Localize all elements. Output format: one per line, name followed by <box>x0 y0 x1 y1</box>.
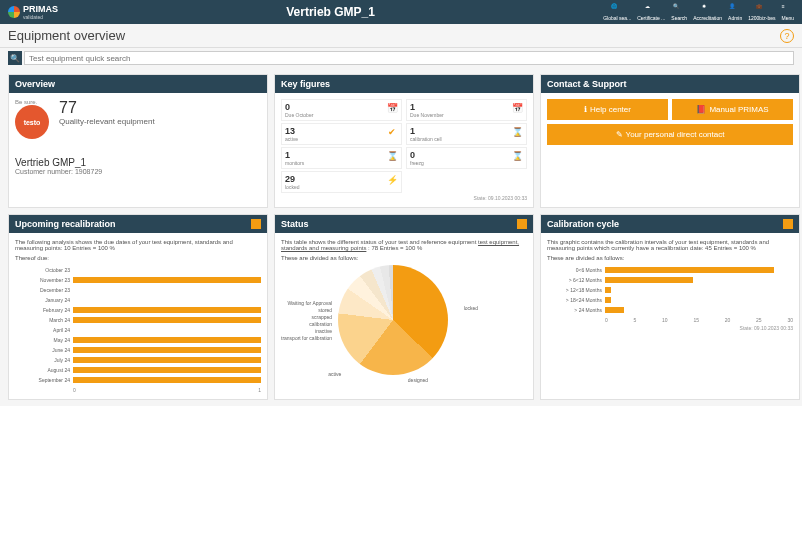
kf-item[interactable]: 1Due November📅 <box>406 99 527 121</box>
kf-item[interactable]: 1calibration cell⌛ <box>406 123 527 145</box>
menu-icon: ≡ <box>782 3 794 15</box>
equipment-count-label: Quality-relevant equipment <box>59 117 155 126</box>
bar-row: January 24 <box>15 295 261 305</box>
contact-button[interactable]: ✎Your personal direct contact <box>547 124 793 145</box>
kf-icon: 📅 <box>386 102 398 114</box>
pie-label-designed: designed <box>408 377 428 383</box>
panel-contact-title: Contact & Support <box>547 79 627 89</box>
brand-subtitle: validated <box>23 14 58 20</box>
panel-contact: Contact & Support ℹHelp center📕Manual PR… <box>540 74 800 208</box>
panel-action-icon[interactable] <box>517 219 527 229</box>
panel-action-icon[interactable] <box>783 219 793 229</box>
recal-sub: Thereof due: <box>15 255 261 261</box>
panel-action-icon[interactable] <box>251 219 261 229</box>
menu-button[interactable]: ≡Menu <box>781 3 794 21</box>
keyfigures-state: State: 09.10.2023 00:33 <box>281 195 527 201</box>
kf-item[interactable]: 0Due October📅 <box>281 99 402 121</box>
search-row: 🔍 <box>0 48 802 68</box>
bar-row: May 24 <box>15 335 261 345</box>
bar-row: September 24 <box>15 375 261 385</box>
page-subheader: Equipment overview ? <box>0 24 802 48</box>
customer-number: Customer number: 1908729 <box>15 168 261 175</box>
contact-button[interactable]: 📕Manual PRIMAS <box>672 99 793 120</box>
search-icon: 🔍 <box>673 3 685 15</box>
briefcase-button[interactable]: 💼1200biz-bes <box>748 3 775 21</box>
cycle-state: State: 09.10.2023 00:33 <box>547 325 793 331</box>
kf-icon: ⚡ <box>386 174 398 186</box>
equipment-count: 77 <box>59 99 155 117</box>
panel-keyfigures: Key figures 0Due October📅13active✔1monit… <box>274 74 534 208</box>
app-header: PRIMAS validated Vertrieb GMP_1 🌐Global … <box>0 0 802 24</box>
kf-icon: ⌛ <box>511 150 523 162</box>
kf-item[interactable]: 13active✔ <box>281 123 402 145</box>
dashboard-grid: Overview Be sure. testo 77 Quality-relev… <box>0 68 802 406</box>
kf-icon: ✔ <box>386 126 398 138</box>
recal-intro: The following analysis shows the due dat… <box>15 239 261 251</box>
user-icon: 👤 <box>729 3 741 15</box>
search-button[interactable]: 🔍 <box>8 51 22 65</box>
bar-row: February 24 <box>15 305 261 315</box>
status-intro: This table shows the different status of… <box>281 239 527 251</box>
button-icon: ✎ <box>616 130 623 139</box>
panel-status-title: Status <box>281 219 309 229</box>
panel-keyfigures-title: Key figures <box>281 79 330 89</box>
gear-button[interactable]: ✹Accreditation <box>693 3 722 21</box>
kf-item[interactable]: 0freezg⌛ <box>406 147 527 169</box>
bar-row: > 18<24 Months <box>547 295 793 305</box>
pie-legend: Waiting for Approvalstoredscrappedcalibr… <box>281 300 332 341</box>
page-title: Equipment overview <box>8 28 125 43</box>
bar-row: December 23 <box>15 285 261 295</box>
panel-overview-title: Overview <box>15 79 55 89</box>
button-icon: 📕 <box>696 105 706 114</box>
besure-text: Be sure. <box>15 99 49 105</box>
bar-row: > 12<18 Months <box>547 285 793 295</box>
bar-row: November 23 <box>15 275 261 285</box>
cloud-icon: ☁ <box>645 3 657 15</box>
bar-row: > 24 Months <box>547 305 793 315</box>
search-icon: 🔍 <box>10 54 20 63</box>
bar-row: October 23 <box>15 265 261 275</box>
status-pie-chart <box>338 265 448 375</box>
briefcase-icon: 💼 <box>756 3 768 15</box>
panel-recal-title: Upcoming recalibration <box>15 219 116 229</box>
panel-overview-head: Overview <box>9 75 267 93</box>
search-input[interactable] <box>24 51 794 65</box>
panel-recalibration: Upcoming recalibration The following ana… <box>8 214 268 400</box>
bar-row: April 24 <box>15 325 261 335</box>
kf-icon: 📅 <box>511 102 523 114</box>
bar-row: 0<6 Months <box>547 265 793 275</box>
user-button[interactable]: 👤Admin <box>728 3 742 21</box>
help-button[interactable]: ? <box>780 29 794 43</box>
kf-item[interactable]: 1monitors⌛ <box>281 147 402 169</box>
panel-cycle-title: Calibration cycle <box>547 219 619 229</box>
pie-label-active: active <box>328 371 341 377</box>
contact-button[interactable]: ℹHelp center <box>547 99 668 120</box>
gear-icon: ✹ <box>702 3 714 15</box>
kf-icon: ⌛ <box>386 150 398 162</box>
button-icon: ℹ <box>584 105 587 114</box>
kf-item[interactable]: 29locked⚡ <box>281 171 402 193</box>
header-toolbar: 🌐Global sea...☁Certificate ...🔍Search✹Ac… <box>603 3 794 21</box>
panel-cycle: Calibration cycle This graphic contains … <box>540 214 800 400</box>
panel-status: Status This table shows the different st… <box>274 214 534 400</box>
logo-icon <box>8 6 20 18</box>
brand-logo: PRIMAS validated <box>8 4 58 20</box>
status-sub: These are divided as follows: <box>281 255 527 261</box>
pie-label-locked: locked <box>464 305 478 311</box>
globe-icon: 🌐 <box>611 3 623 15</box>
bar-row: March 24 <box>15 315 261 325</box>
panel-overview: Overview Be sure. testo 77 Quality-relev… <box>8 74 268 208</box>
kf-icon: ⌛ <box>511 126 523 138</box>
globe-button[interactable]: 🌐Global sea... <box>603 3 631 21</box>
cycle-intro: This graphic contains the calibration in… <box>547 239 793 251</box>
cycle-sub: These are divided as follows: <box>547 255 793 261</box>
page-context-title: Vertrieb GMP_1 <box>58 5 603 19</box>
bar-row: June 24 <box>15 345 261 355</box>
testo-logo-icon: testo <box>15 105 49 139</box>
bar-row: August 24 <box>15 365 261 375</box>
vendor-name: Vertrieb GMP_1 <box>15 157 261 168</box>
brand-name: PRIMAS <box>23 4 58 14</box>
search-button[interactable]: 🔍Search <box>671 3 687 21</box>
cloud-button[interactable]: ☁Certificate ... <box>637 3 665 21</box>
bar-row: July 24 <box>15 355 261 365</box>
